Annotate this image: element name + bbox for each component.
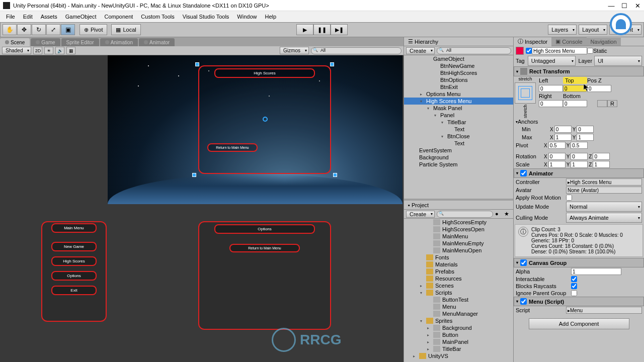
tree-item[interactable]: MainMenu xyxy=(404,233,513,240)
tag-dropdown[interactable]: Untagged xyxy=(528,56,576,66)
tree-item[interactable]: HighScoresEmpty xyxy=(404,219,513,226)
root-motion-checkbox[interactable] xyxy=(566,195,572,201)
lighting-toggle[interactable]: ☀ xyxy=(44,47,53,54)
tree-item[interactable]: HighScoresOpen xyxy=(404,226,513,233)
menu-customtools[interactable]: Custom Tools xyxy=(137,12,178,21)
menu-help[interactable]: Help xyxy=(261,12,280,21)
alpha-field[interactable] xyxy=(571,268,621,275)
tree-item[interactable]: BtnHighScores xyxy=(404,69,513,76)
tab-inspector[interactable]: ⓘ Inspector xyxy=(514,37,551,46)
layout-dropdown[interactable]: Layout xyxy=(579,25,607,35)
tab-animator[interactable]: Animator xyxy=(139,38,175,46)
tree-item[interactable]: ▾High Scores Menu xyxy=(404,98,513,105)
add-component-button[interactable]: Add Component xyxy=(529,318,629,329)
tree-item[interactable]: ▸Background xyxy=(404,324,513,331)
project-filter-1[interactable]: ● xyxy=(495,211,502,218)
rot-y[interactable] xyxy=(571,153,588,160)
high-scores-panel[interactable]: High Scores Return to Main Menu xyxy=(198,65,331,174)
tree-item[interactable]: Fonts xyxy=(404,254,513,261)
rect-transform-header[interactable]: ▾Rect Transform xyxy=(514,66,644,76)
anchor-max-y[interactable] xyxy=(577,134,594,141)
tab-sprite-editor[interactable]: Sprite Editor xyxy=(61,38,99,46)
hand-tool[interactable]: ✋ xyxy=(3,24,17,35)
tree-item[interactable]: ▸Button xyxy=(404,331,513,338)
gameobject-active-checkbox[interactable] xyxy=(526,48,532,54)
layers-dropdown[interactable]: Layers xyxy=(548,25,577,35)
gizmos-dropdown[interactable]: Gizmos xyxy=(280,47,309,54)
blocks-raycasts-checkbox[interactable] xyxy=(571,283,577,289)
tree-item[interactable]: Menu xyxy=(404,303,513,310)
tab-console[interactable]: ▣ Console xyxy=(551,37,586,46)
tree-item[interactable]: Resources xyxy=(404,275,513,282)
tree-item[interactable]: Text xyxy=(404,140,513,147)
tree-item[interactable]: ▸TitleBar xyxy=(404,345,513,352)
menu-file[interactable]: File xyxy=(2,12,19,21)
menu-vstools[interactable]: Visual Studio Tools xyxy=(179,12,233,21)
menu-component[interactable]: Component xyxy=(100,12,137,21)
play-button[interactable]: ▶ xyxy=(296,24,313,35)
anchor-min-y[interactable] xyxy=(577,126,594,133)
interactable-checkbox[interactable] xyxy=(571,276,577,282)
tree-item[interactable]: MainMenuEmpty xyxy=(404,240,513,247)
avatar-field[interactable]: None (Avatar) xyxy=(566,187,642,194)
tree-item[interactable]: MenuManager xyxy=(404,310,513,317)
tree-item[interactable]: MainMenuOpen xyxy=(404,247,513,254)
audio-toggle[interactable]: 🔊 xyxy=(55,47,64,54)
menu-gameobject[interactable]: GameObject xyxy=(61,12,101,21)
project-search[interactable] xyxy=(437,211,493,218)
tree-item[interactable]: Prefabs xyxy=(404,268,513,275)
maximize-button[interactable]: ☐ xyxy=(621,2,628,9)
step-button[interactable]: ▶❚ xyxy=(331,24,348,35)
menu-edit[interactable]: Edit xyxy=(19,12,37,21)
animator-header[interactable]: ▾Animator xyxy=(514,168,644,178)
tree-item[interactable]: Background xyxy=(404,154,513,161)
tab-animation[interactable]: Animation xyxy=(100,38,138,46)
scale-tool[interactable]: ⤢ xyxy=(46,24,60,35)
scene-view[interactable]: High Scores Return to Main Menu Main Men… xyxy=(0,55,404,362)
rot-z[interactable] xyxy=(593,153,610,160)
project-create[interactable]: Create xyxy=(406,211,435,218)
move-tool[interactable]: ✥ xyxy=(17,24,31,35)
anchor-min-x[interactable] xyxy=(554,126,572,133)
tab-navigation[interactable]: Navigation xyxy=(587,38,621,46)
rotate-tool[interactable]: ↻ xyxy=(32,24,46,35)
tree-item[interactable]: ▾Scripts xyxy=(404,289,513,296)
tree-item[interactable]: ▾TitleBar xyxy=(404,119,513,126)
tree-item[interactable]: Materials xyxy=(404,261,513,268)
gameobject-name-field[interactable] xyxy=(532,47,587,54)
tree-item[interactable]: Particle System xyxy=(404,161,513,168)
tree-item[interactable]: BtnExit xyxy=(404,83,513,90)
menu-assets[interactable]: Assets xyxy=(37,12,61,21)
close-button[interactable]: ✕ xyxy=(634,2,641,9)
scale-x[interactable] xyxy=(548,161,566,168)
tree-item[interactable]: EventSystem xyxy=(404,147,513,154)
anchor-preset-button[interactable] xyxy=(515,82,536,104)
menu-script-enabled[interactable] xyxy=(520,298,527,305)
project-tree[interactable]: HighScoresEmptyHighScoresOpenMainMenuMai… xyxy=(404,219,513,362)
anchor-max-x[interactable] xyxy=(554,134,572,141)
scale-y[interactable] xyxy=(571,161,588,168)
top-field[interactable] xyxy=(563,85,587,92)
animator-enabled[interactable] xyxy=(520,170,527,176)
bottom-field[interactable] xyxy=(563,100,587,107)
tab-game[interactable]: Game xyxy=(31,38,60,46)
handle-br[interactable] xyxy=(333,173,337,177)
posz-field[interactable] xyxy=(587,85,611,92)
shading-dropdown[interactable]: Shaded xyxy=(2,47,31,54)
tree-item[interactable]: ▾Panel xyxy=(404,112,513,119)
controller-field[interactable]: ▸High Scores Menu xyxy=(566,178,642,186)
update-mode-dropdown[interactable]: Normal xyxy=(566,202,642,212)
canvas-group-enabled[interactable] xyxy=(520,259,527,266)
tree-item[interactable]: ▸MainPanel xyxy=(404,338,513,345)
rot-x[interactable] xyxy=(548,153,566,160)
center-handle[interactable] xyxy=(263,117,268,122)
tree-item[interactable]: BtnNewGame xyxy=(404,62,513,69)
fx-toggle[interactable]: ▦ xyxy=(66,47,75,54)
hierarchy-create[interactable]: Create xyxy=(406,47,435,54)
scene-search[interactable]: All xyxy=(311,47,401,54)
tree-item[interactable]: BtnOptions xyxy=(404,76,513,83)
hierarchy-search[interactable]: All xyxy=(437,47,511,54)
tab-scene[interactable]: Scene xyxy=(0,38,30,46)
tree-item[interactable]: ▾Mask Panel xyxy=(404,105,513,112)
tree-item[interactable]: ▾BtnClose xyxy=(404,133,513,140)
